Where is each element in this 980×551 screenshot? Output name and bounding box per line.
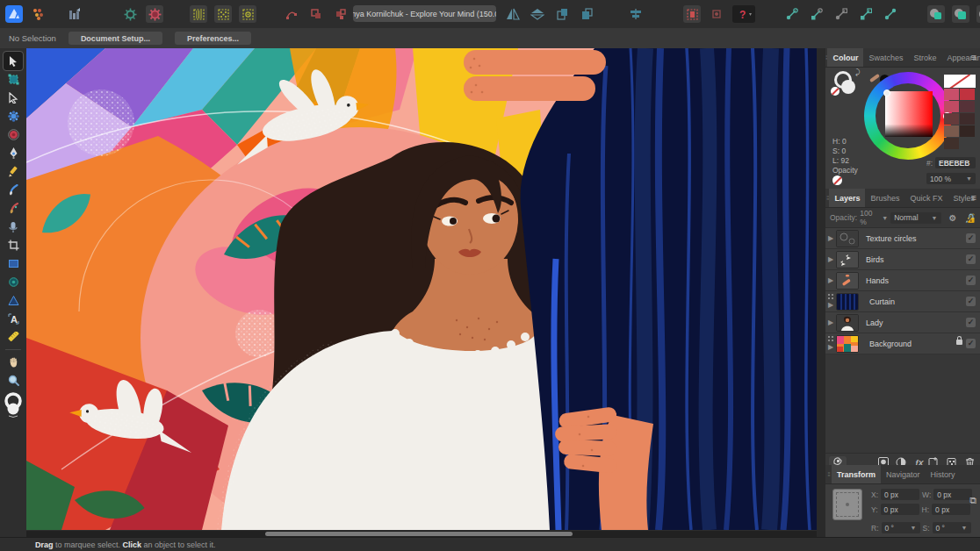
expand-chevron-icon[interactable]: ▶ — [825, 276, 836, 284]
w-input[interactable]: 0 px — [933, 489, 972, 500]
yellow-grid-icon-2[interactable] — [214, 5, 232, 23]
artistic-text-tool[interactable]: A — [4, 310, 23, 328]
layer-visibility-checkbox[interactable]: ✓ — [966, 318, 976, 327]
flip-vertical-icon[interactable] — [529, 5, 546, 23]
layer-name[interactable]: Curtain — [869, 297, 895, 306]
red-node-icon-1[interactable] — [283, 5, 300, 23]
snap-toggle-icon-4[interactable] — [857, 5, 875, 23]
alignment-icon[interactable] — [627, 5, 645, 23]
arrange-backward-icon[interactable] — [578, 5, 595, 23]
layer-row-background[interactable]: ▶ Background ✓ — [825, 333, 980, 354]
insert-inside-icon[interactable] — [708, 5, 725, 23]
tab-stroke[interactable]: Stroke — [908, 48, 941, 67]
swap-colours-icon[interactable]: ⤸ — [855, 68, 860, 77]
snap-toggle-icon-3[interactable] — [832, 5, 850, 23]
layers-opacity-value[interactable]: 100 % — [860, 209, 879, 226]
layer-row-curtain[interactable]: ▶ Curtain ✓ — [825, 291, 980, 312]
swatch[interactable] — [944, 125, 959, 137]
yellow-grid-icon-1[interactable] — [190, 5, 207, 23]
layer-settings-gear-icon[interactable]: ⚙ — [949, 213, 957, 223]
crop-tool[interactable] — [4, 236, 23, 254]
layer-visibility-checkbox[interactable]: ✓ — [966, 339, 976, 348]
layers-empty-area[interactable] — [825, 354, 980, 453]
preferences-button[interactable]: Preferences... — [175, 32, 251, 45]
layer-thumbnail[interactable] — [836, 251, 859, 268]
layer-visibility-checkbox[interactable]: ✓ — [966, 297, 976, 306]
layer-name[interactable]: Texture circles — [866, 234, 917, 243]
swatch[interactable] — [960, 89, 975, 100]
snap-toggle-icon-5[interactable] — [882, 5, 899, 23]
layer-name[interactable]: Background — [869, 340, 912, 348]
pen-tool[interactable] — [4, 144, 23, 162]
stroke-colour-well[interactable] — [841, 80, 855, 94]
tab-layers[interactable]: Layers — [829, 189, 865, 207]
red-node-icon-2[interactable] — [307, 5, 325, 23]
colour-chooser-icon[interactable] — [30, 5, 47, 23]
red-gear-icon[interactable] — [146, 5, 163, 23]
nofill-swatch[interactable] — [832, 175, 842, 185]
swatch[interactable] — [944, 113, 959, 125]
layer-thumbnail[interactable] — [836, 314, 859, 332]
red-node-icon-3[interactable] — [332, 5, 349, 23]
move-tool[interactable] — [4, 52, 23, 70]
artboard-tool[interactable] — [4, 70, 23, 89]
expand-chevron-icon[interactable]: ▶ — [825, 234, 836, 242]
colour-wheel[interactable] — [864, 72, 952, 160]
contour-tool[interactable] — [4, 125, 23, 144]
y-input[interactable]: 0 px — [881, 504, 919, 515]
fill-tool[interactable] — [4, 218, 23, 236]
tab-quickfx[interactable]: Quick FX — [904, 189, 948, 207]
vector-brush-tool[interactable] — [4, 181, 23, 199]
ellipse-tool[interactable] — [4, 273, 23, 291]
layer-name[interactable]: Lady — [866, 318, 883, 327]
swatch[interactable] — [944, 138, 959, 149]
panel-menu-icon[interactable]: ≡ — [971, 192, 976, 204]
snap-toggle-icon-1[interactable] — [783, 5, 801, 23]
expand-chevron-icon[interactable]: ▶ — [825, 301, 836, 309]
node-tool[interactable] — [4, 89, 23, 107]
layer-row-birds[interactable]: ▶ Birds ✓ — [825, 249, 980, 270]
h-input[interactable]: 0 px — [932, 504, 970, 515]
measure-tool[interactable] — [4, 328, 23, 347]
triangle-tool[interactable] — [4, 291, 23, 310]
shear-input[interactable]: 0 °▼ — [933, 522, 971, 533]
colour-picker-brush-icon[interactable] — [869, 74, 880, 82]
swatch[interactable] — [960, 101, 975, 112]
rectangle-tool[interactable] — [4, 254, 23, 273]
rotation-input[interactable]: 0 °▼ — [882, 522, 920, 533]
layer-visibility-checkbox[interactable]: ✓ — [966, 233, 976, 243]
panel-grip[interactable]: ⁞⁞ — [825, 470, 832, 478]
layer-thumbnail[interactable] — [836, 272, 859, 290]
swatch[interactable] — [944, 89, 959, 100]
tab-transform[interactable]: Transform — [832, 465, 881, 483]
layer-name[interactable]: Hands — [866, 276, 889, 285]
snap-toggle-icon-2[interactable] — [808, 5, 825, 23]
layer-thumbnail[interactable] — [836, 293, 859, 311]
swatch[interactable] — [944, 101, 959, 112]
colour-selector[interactable] — [4, 390, 23, 419]
tab-brushes[interactable]: Brushes — [865, 189, 904, 207]
expand-chevron-icon[interactable]: ▶ — [825, 318, 836, 326]
hex-input[interactable]: EBEBEB — [935, 157, 976, 168]
document-canvas[interactable] — [26, 48, 817, 530]
boolean-subtract-icon[interactable] — [952, 5, 969, 23]
horizontal-scrollbar-thumb[interactable] — [265, 532, 573, 536]
document-setup-button[interactable]: Document Setup... — [68, 32, 162, 45]
layer-row-texture-circles[interactable]: ▶ Texture circles ✓ — [825, 228, 980, 249]
export-persona-icon[interactable] — [67, 5, 84, 23]
document-title[interactable]: Tanya Kornilchuk - Explore Your Mind (15… — [353, 5, 496, 22]
arrange-forward-icon[interactable] — [553, 5, 571, 23]
horizontal-scrollbar[interactable] — [26, 531, 817, 537]
link-dimensions-icon[interactable]: ⧉ — [969, 495, 976, 506]
layer-visibility-checkbox[interactable]: ✓ — [966, 254, 976, 264]
help-icon[interactable]: ? — [732, 5, 755, 23]
paint-brush-tool[interactable] — [4, 199, 23, 218]
layer-name[interactable]: Birds — [866, 255, 884, 264]
expand-chevron-icon[interactable]: ▶ — [825, 255, 836, 263]
x-input[interactable]: 0 px — [881, 489, 919, 500]
layer-lock-icon[interactable]: 🔏 — [965, 213, 976, 223]
corner-tool[interactable] — [4, 107, 23, 125]
view-hand-tool[interactable] — [4, 353, 23, 371]
teal-gear-icon[interactable] — [121, 5, 139, 23]
tab-navigator[interactable]: Navigator — [881, 465, 926, 483]
